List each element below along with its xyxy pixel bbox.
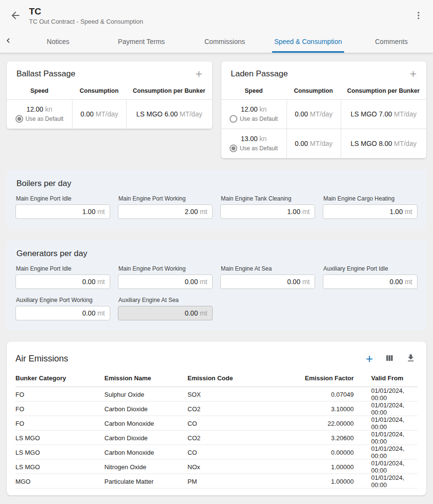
consumption-value: 0.00: [81, 110, 94, 118]
bunker-category-cell: LS MGO: [15, 434, 104, 442]
tab-scroll-left-button[interactable]: [0, 30, 16, 53]
tab-payment-terms[interactable]: Payment Terms: [100, 30, 183, 53]
bunker-cell: LS MGO 7.00 MT/day: [341, 100, 427, 129]
radio-icon: [15, 115, 23, 123]
ballast-passage-title: Ballast Passage: [16, 69, 75, 79]
main-engine-port-working-input[interactable]: 2.00 mt: [118, 204, 213, 219]
field-unit: mt: [404, 208, 412, 216]
field-label: Main Engine Port Working: [118, 195, 213, 202]
page-subtitle: TC Out Contract - Speed & Consumption: [29, 18, 143, 25]
field-label: Auxiliary Engine Port Idle: [323, 265, 418, 272]
emission-row: LS MGO Carbon Monoxide CO 0.00000 01/01/…: [15, 445, 418, 460]
emission-factor-cell: 1.00000: [273, 478, 356, 485]
field-unit: mt: [97, 278, 105, 286]
back-arrow-icon: [10, 10, 21, 23]
column-header-valid-from: Valid From: [356, 374, 418, 382]
radio-label: Use as Default: [240, 115, 278, 122]
speed-cell: 13.00 kn Use as Default: [221, 129, 287, 158]
field-label: Main Engine Port Idle: [16, 195, 110, 202]
field-gen-main-engine-at-sea: Main Engine At Sea 0.00 mt: [220, 265, 315, 289]
tab-commissions[interactable]: Commissions: [183, 30, 266, 53]
laden-table-header: Speed Consumption Consumption per Bunker: [221, 85, 427, 100]
gen-main-engine-at-sea-input[interactable]: 0.00 mt: [220, 274, 315, 289]
field-unit: mt: [200, 309, 207, 317]
consumption-value: 0.00: [295, 140, 308, 147]
column-header-emission-code: Emission Code: [188, 374, 273, 382]
emission-name-cell: Carbon Dioxide: [104, 405, 188, 413]
emission-name-cell: Sulphur Oxide: [104, 391, 188, 398]
use-as-default-radio[interactable]: Use as Default: [230, 115, 278, 123]
gen-main-engine-port-working-input[interactable]: 0.00 mt: [118, 274, 213, 289]
radio-label: Use as Default: [240, 145, 278, 152]
emission-code-cell: CO2: [188, 434, 273, 442]
laden-row: 13.00 kn Use as Default 0.00 MT/day LS M…: [221, 129, 427, 158]
add-emission-button[interactable]: +: [365, 351, 374, 366]
emission-name-cell: Carbon Monoxide: [104, 420, 188, 427]
radio-icon: [230, 144, 237, 152]
field-unit: mt: [302, 278, 310, 286]
field-main-engine-port-idle: Main Engine Port Idle 1.00 mt: [15, 195, 110, 219]
field-value: 0.00: [390, 278, 403, 286]
emission-name-cell: Carbon Dioxide: [104, 434, 188, 442]
field-unit: mt: [97, 309, 105, 317]
kebab-menu-button[interactable]: [412, 9, 425, 24]
main-engine-port-idle-input[interactable]: 1.00 mt: [15, 204, 110, 219]
tab-label: Comments: [375, 38, 408, 45]
speed-value: 12.00: [27, 105, 43, 113]
gen-main-engine-port-idle-input[interactable]: 0.00 mt: [15, 274, 110, 289]
app-bar: TC TC Out Contract - Speed & Consumption: [0, 0, 433, 30]
speed-value: 12.00: [241, 105, 258, 113]
aux-engine-port-idle-input[interactable]: 0.00 mt: [323, 274, 418, 289]
tab-notices[interactable]: Notices: [16, 30, 100, 53]
bunker-category-cell: FO: [15, 391, 104, 398]
download-button[interactable]: [405, 352, 417, 365]
back-button[interactable]: [8, 8, 23, 25]
valid-from-cell: 01/01/2024, 00:00: [356, 402, 418, 416]
plus-icon: +: [366, 352, 373, 365]
use-as-default-radio[interactable]: Use as Default: [230, 144, 278, 152]
column-header-consumption: Consumption: [72, 85, 126, 99]
passage-cards-row: Ballast Passage + Speed Consumption Cons…: [0, 53, 433, 158]
speed-unit: kn: [260, 135, 267, 143]
emissions-table: Bunker Category Emission Name Emission C…: [7, 371, 426, 492]
bunker-unit: MT/day: [394, 140, 417, 147]
emission-name-cell: Carbon Monoxide: [104, 449, 188, 456]
emission-factor-cell: 22.00000: [273, 420, 356, 427]
field-main-engine-tank-cleaning: Main Engine Tank Cleaning 1.00 mt: [220, 195, 315, 219]
valid-from-cell: 01/01/2024, 00:00: [356, 387, 418, 402]
bunker-value: 6.00: [165, 110, 178, 118]
laden-row: 12.00 kn Use as Default 0.00 MT/day LS M…: [221, 100, 427, 129]
field-unit: mt: [200, 278, 207, 286]
main-engine-cargo-heating-input[interactable]: 1.00 mt: [323, 204, 418, 219]
plus-icon: +: [410, 67, 417, 80]
column-header-emission-name: Emission Name: [104, 374, 188, 382]
use-as-default-radio[interactable]: Use as Default: [15, 115, 64, 123]
emission-name-cell: Particulate Matter: [104, 478, 188, 485]
laden-passage-title: Laden Passage: [231, 69, 288, 79]
emission-row: FO Sulphur Oxide SOX 0.07049 01/01/2024,…: [15, 387, 418, 402]
column-header-speed: Speed: [221, 85, 287, 99]
emission-factor-cell: 3.20600: [273, 434, 356, 442]
main-engine-tank-cleaning-input[interactable]: 1.00 mt: [220, 204, 315, 219]
bunker-cell: LS MGO 8.00 MT/day: [341, 129, 427, 158]
laden-add-button[interactable]: +: [408, 68, 419, 80]
tab-comments[interactable]: Comments: [350, 30, 433, 53]
aux-engine-port-working-input[interactable]: 0.00 mt: [15, 306, 110, 320]
speed-cell: 12.00 kn Use as Default: [7, 100, 72, 129]
radio-icon: [230, 115, 237, 123]
column-header-consumption-per-bunker: Consumption per Bunker: [126, 85, 212, 99]
consumption-cell: 0.00 MT/day: [287, 129, 341, 158]
field-main-engine-port-working: Main Engine Port Working 2.00 mt: [118, 195, 213, 219]
field-unit: mt: [200, 208, 207, 216]
valid-from-cell: 01/01/2024, 00:00: [356, 460, 418, 474]
emission-code-cell: CO2: [188, 405, 273, 413]
emission-code-cell: PM: [188, 478, 273, 485]
bunker-name: LS MGO: [136, 110, 162, 118]
columns-button[interactable]: [384, 352, 395, 365]
ballast-add-button[interactable]: +: [193, 68, 204, 80]
download-icon: [406, 353, 416, 364]
boilers-title: Boilers per day: [16, 179, 418, 188]
field-value: 0.00: [185, 309, 198, 317]
field-label: Main Engine Port Working: [118, 265, 213, 272]
tab-speed-consumption[interactable]: Speed & Consumption: [266, 30, 349, 53]
